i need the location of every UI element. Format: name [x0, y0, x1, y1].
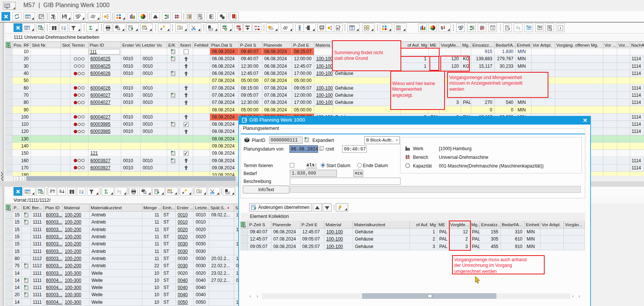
svg-text:$: $ — [441, 26, 443, 30]
svg-text:Σ: Σ — [104, 189, 108, 195]
svg-text:Σ: Σ — [518, 27, 520, 31]
svg-text:AB: AB — [255, 25, 257, 27]
svg-text:.00: .00 — [197, 190, 201, 193]
svg-text:1: 1 — [233, 15, 234, 17]
svg-text:?: ? — [210, 15, 212, 18]
svg-text:.00: .00 — [178, 26, 181, 29]
svg-text:12: 12 — [491, 27, 494, 30]
svg-text:Σ: Σ — [119, 191, 121, 195]
svg-text:i: i — [560, 26, 561, 30]
svg-text:Σ: Σ — [89, 25, 92, 31]
svg-text:x: x — [509, 27, 510, 30]
